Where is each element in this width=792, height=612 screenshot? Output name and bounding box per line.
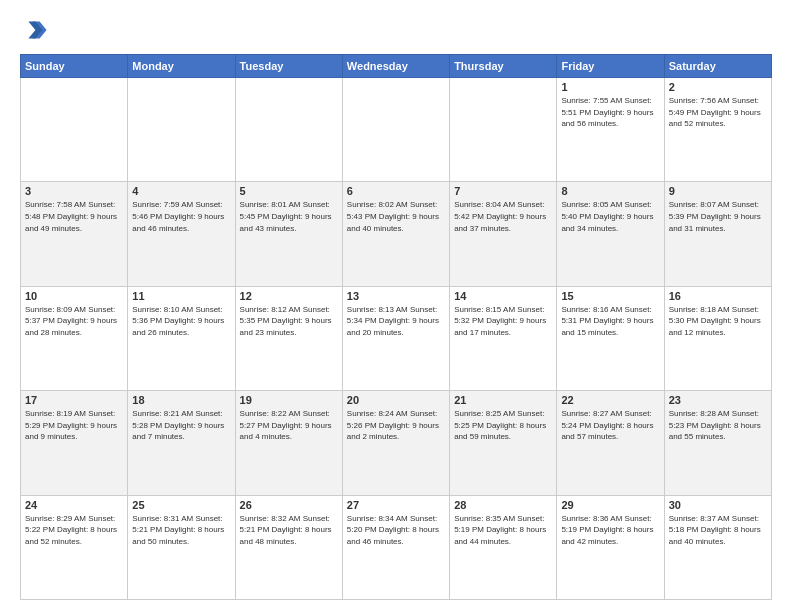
day-info: Sunrise: 8:35 AM Sunset: 5:19 PM Dayligh… xyxy=(454,513,552,548)
calendar-cell: 1Sunrise: 7:55 AM Sunset: 5:51 PM Daylig… xyxy=(557,78,664,182)
calendar-cell: 16Sunrise: 8:18 AM Sunset: 5:30 PM Dayli… xyxy=(664,286,771,390)
weekday-header-thursday: Thursday xyxy=(450,55,557,78)
calendar-cell xyxy=(235,78,342,182)
day-info: Sunrise: 8:07 AM Sunset: 5:39 PM Dayligh… xyxy=(669,199,767,234)
day-number: 28 xyxy=(454,499,552,511)
day-info: Sunrise: 8:25 AM Sunset: 5:25 PM Dayligh… xyxy=(454,408,552,443)
calendar-cell: 11Sunrise: 8:10 AM Sunset: 5:36 PM Dayli… xyxy=(128,286,235,390)
day-info: Sunrise: 8:10 AM Sunset: 5:36 PM Dayligh… xyxy=(132,304,230,339)
day-number: 22 xyxy=(561,394,659,406)
calendar-cell: 13Sunrise: 8:13 AM Sunset: 5:34 PM Dayli… xyxy=(342,286,449,390)
day-number: 11 xyxy=(132,290,230,302)
day-number: 8 xyxy=(561,185,659,197)
day-number: 23 xyxy=(669,394,767,406)
day-info: Sunrise: 8:31 AM Sunset: 5:21 PM Dayligh… xyxy=(132,513,230,548)
day-number: 18 xyxy=(132,394,230,406)
day-info: Sunrise: 7:59 AM Sunset: 5:46 PM Dayligh… xyxy=(132,199,230,234)
day-number: 20 xyxy=(347,394,445,406)
calendar-cell: 12Sunrise: 8:12 AM Sunset: 5:35 PM Dayli… xyxy=(235,286,342,390)
calendar-cell: 19Sunrise: 8:22 AM Sunset: 5:27 PM Dayli… xyxy=(235,391,342,495)
day-number: 1 xyxy=(561,81,659,93)
calendar-cell: 22Sunrise: 8:27 AM Sunset: 5:24 PM Dayli… xyxy=(557,391,664,495)
day-info: Sunrise: 8:21 AM Sunset: 5:28 PM Dayligh… xyxy=(132,408,230,443)
day-number: 3 xyxy=(25,185,123,197)
page: SundayMondayTuesdayWednesdayThursdayFrid… xyxy=(0,0,792,612)
calendar-cell xyxy=(128,78,235,182)
day-info: Sunrise: 8:04 AM Sunset: 5:42 PM Dayligh… xyxy=(454,199,552,234)
day-info: Sunrise: 8:18 AM Sunset: 5:30 PM Dayligh… xyxy=(669,304,767,339)
weekday-header-wednesday: Wednesday xyxy=(342,55,449,78)
day-number: 14 xyxy=(454,290,552,302)
day-number: 2 xyxy=(669,81,767,93)
day-info: Sunrise: 8:09 AM Sunset: 5:37 PM Dayligh… xyxy=(25,304,123,339)
calendar-cell: 28Sunrise: 8:35 AM Sunset: 5:19 PM Dayli… xyxy=(450,495,557,599)
logo-icon xyxy=(20,16,48,44)
day-info: Sunrise: 7:55 AM Sunset: 5:51 PM Dayligh… xyxy=(561,95,659,130)
calendar-cell: 30Sunrise: 8:37 AM Sunset: 5:18 PM Dayli… xyxy=(664,495,771,599)
day-number: 29 xyxy=(561,499,659,511)
calendar-cell xyxy=(342,78,449,182)
calendar-week-1: 3Sunrise: 7:58 AM Sunset: 5:48 PM Daylig… xyxy=(21,182,772,286)
day-number: 25 xyxy=(132,499,230,511)
calendar-cell: 15Sunrise: 8:16 AM Sunset: 5:31 PM Dayli… xyxy=(557,286,664,390)
day-info: Sunrise: 8:24 AM Sunset: 5:26 PM Dayligh… xyxy=(347,408,445,443)
day-number: 16 xyxy=(669,290,767,302)
calendar-header: SundayMondayTuesdayWednesdayThursdayFrid… xyxy=(21,55,772,78)
weekday-header-monday: Monday xyxy=(128,55,235,78)
day-number: 13 xyxy=(347,290,445,302)
calendar-cell: 7Sunrise: 8:04 AM Sunset: 5:42 PM Daylig… xyxy=(450,182,557,286)
calendar-cell: 23Sunrise: 8:28 AM Sunset: 5:23 PM Dayli… xyxy=(664,391,771,495)
calendar-cell: 24Sunrise: 8:29 AM Sunset: 5:22 PM Dayli… xyxy=(21,495,128,599)
calendar-cell: 14Sunrise: 8:15 AM Sunset: 5:32 PM Dayli… xyxy=(450,286,557,390)
day-number: 17 xyxy=(25,394,123,406)
calendar-body: 1Sunrise: 7:55 AM Sunset: 5:51 PM Daylig… xyxy=(21,78,772,600)
logo xyxy=(20,16,52,44)
day-info: Sunrise: 8:27 AM Sunset: 5:24 PM Dayligh… xyxy=(561,408,659,443)
day-info: Sunrise: 8:32 AM Sunset: 5:21 PM Dayligh… xyxy=(240,513,338,548)
calendar-cell: 9Sunrise: 8:07 AM Sunset: 5:39 PM Daylig… xyxy=(664,182,771,286)
calendar-cell: 21Sunrise: 8:25 AM Sunset: 5:25 PM Dayli… xyxy=(450,391,557,495)
header xyxy=(20,16,772,44)
calendar-week-3: 17Sunrise: 8:19 AM Sunset: 5:29 PM Dayli… xyxy=(21,391,772,495)
calendar-cell: 25Sunrise: 8:31 AM Sunset: 5:21 PM Dayli… xyxy=(128,495,235,599)
day-number: 24 xyxy=(25,499,123,511)
day-info: Sunrise: 8:01 AM Sunset: 5:45 PM Dayligh… xyxy=(240,199,338,234)
calendar-table: SundayMondayTuesdayWednesdayThursdayFrid… xyxy=(20,54,772,600)
day-number: 9 xyxy=(669,185,767,197)
day-info: Sunrise: 8:19 AM Sunset: 5:29 PM Dayligh… xyxy=(25,408,123,443)
weekday-header-sunday: Sunday xyxy=(21,55,128,78)
calendar-cell: 26Sunrise: 8:32 AM Sunset: 5:21 PM Dayli… xyxy=(235,495,342,599)
day-info: Sunrise: 8:22 AM Sunset: 5:27 PM Dayligh… xyxy=(240,408,338,443)
calendar-week-0: 1Sunrise: 7:55 AM Sunset: 5:51 PM Daylig… xyxy=(21,78,772,182)
day-info: Sunrise: 8:16 AM Sunset: 5:31 PM Dayligh… xyxy=(561,304,659,339)
calendar-cell: 6Sunrise: 8:02 AM Sunset: 5:43 PM Daylig… xyxy=(342,182,449,286)
weekday-header-saturday: Saturday xyxy=(664,55,771,78)
weekday-header-friday: Friday xyxy=(557,55,664,78)
day-info: Sunrise: 8:02 AM Sunset: 5:43 PM Dayligh… xyxy=(347,199,445,234)
day-info: Sunrise: 8:37 AM Sunset: 5:18 PM Dayligh… xyxy=(669,513,767,548)
day-number: 4 xyxy=(132,185,230,197)
day-number: 12 xyxy=(240,290,338,302)
day-info: Sunrise: 8:36 AM Sunset: 5:19 PM Dayligh… xyxy=(561,513,659,548)
day-number: 15 xyxy=(561,290,659,302)
day-number: 26 xyxy=(240,499,338,511)
day-number: 6 xyxy=(347,185,445,197)
day-info: Sunrise: 8:34 AM Sunset: 5:20 PM Dayligh… xyxy=(347,513,445,548)
day-info: Sunrise: 8:13 AM Sunset: 5:34 PM Dayligh… xyxy=(347,304,445,339)
calendar-cell: 29Sunrise: 8:36 AM Sunset: 5:19 PM Dayli… xyxy=(557,495,664,599)
calendar-week-4: 24Sunrise: 8:29 AM Sunset: 5:22 PM Dayli… xyxy=(21,495,772,599)
day-number: 27 xyxy=(347,499,445,511)
day-number: 21 xyxy=(454,394,552,406)
day-info: Sunrise: 8:05 AM Sunset: 5:40 PM Dayligh… xyxy=(561,199,659,234)
calendar-cell: 20Sunrise: 8:24 AM Sunset: 5:26 PM Dayli… xyxy=(342,391,449,495)
calendar-cell xyxy=(450,78,557,182)
day-number: 19 xyxy=(240,394,338,406)
day-number: 30 xyxy=(669,499,767,511)
calendar-cell: 18Sunrise: 8:21 AM Sunset: 5:28 PM Dayli… xyxy=(128,391,235,495)
calendar-cell xyxy=(21,78,128,182)
calendar-week-2: 10Sunrise: 8:09 AM Sunset: 5:37 PM Dayli… xyxy=(21,286,772,390)
calendar-cell: 4Sunrise: 7:59 AM Sunset: 5:46 PM Daylig… xyxy=(128,182,235,286)
day-info: Sunrise: 8:12 AM Sunset: 5:35 PM Dayligh… xyxy=(240,304,338,339)
day-info: Sunrise: 7:58 AM Sunset: 5:48 PM Dayligh… xyxy=(25,199,123,234)
day-info: Sunrise: 8:28 AM Sunset: 5:23 PM Dayligh… xyxy=(669,408,767,443)
